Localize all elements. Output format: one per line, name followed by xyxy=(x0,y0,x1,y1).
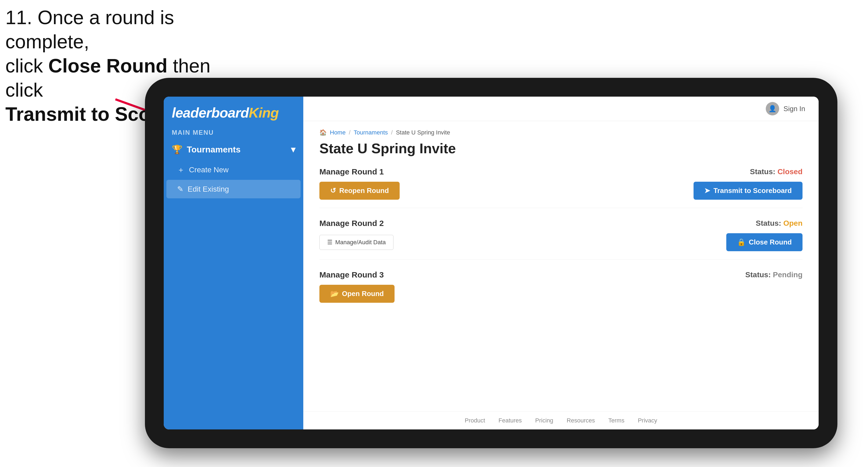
create-new-label: Create New xyxy=(189,165,229,174)
chevron-down-icon: ▾ xyxy=(291,145,295,155)
round-2-status: Status: Open xyxy=(756,219,803,227)
logo: leaderboardKing xyxy=(172,105,295,121)
round-1-status-value: Closed xyxy=(778,167,803,176)
page-title: State U Spring Invite xyxy=(319,141,803,156)
round-3-header: Manage Round 3 Status: Pending xyxy=(319,270,803,279)
tablet-shell: leaderboardKing MAIN MENU 🏆 Tournaments … xyxy=(145,78,837,448)
sidebar-item-edit-existing[interactable]: ✎ Edit Existing xyxy=(166,180,301,198)
round-2-actions: ☰ Manage/Audit Data 🔒 Close Round xyxy=(319,233,803,251)
sign-in-label: Sign In xyxy=(783,105,805,113)
logo-king: King xyxy=(249,105,279,121)
round-2-status-value: Open xyxy=(783,219,803,227)
breadcrumb-current: State U Spring Invite xyxy=(396,129,450,136)
round-3-status: Status: Pending xyxy=(745,271,803,279)
footer-product[interactable]: Product xyxy=(465,417,485,424)
main-content: 👤 Sign In 🏠 Home / Tournaments / State U… xyxy=(303,97,818,429)
reopen-icon: ↺ xyxy=(330,187,336,195)
audit-icon: ☰ xyxy=(327,239,333,246)
logo-leaderboard: leaderboard xyxy=(172,105,249,121)
lock-icon: 🔒 xyxy=(737,238,746,246)
round-1-section: Manage Round 1 Status: Closed ↺ Reopen R… xyxy=(319,167,803,208)
round-3-actions: 📂 Open Round xyxy=(319,285,803,303)
breadcrumb-home[interactable]: Home xyxy=(330,129,346,136)
breadcrumb-tournaments[interactable]: Tournaments xyxy=(354,129,388,136)
edit-existing-label: Edit Existing xyxy=(188,185,229,193)
transmit-scoreboard-button[interactable]: ➤ Transmit to Scoreboard xyxy=(693,182,803,200)
edit-icon: ✎ xyxy=(177,185,183,193)
footer-features[interactable]: Features xyxy=(498,417,522,424)
avatar: 👤 xyxy=(766,102,779,116)
open-round-button[interactable]: 📂 Open Round xyxy=(319,285,395,303)
trophy-icon: 🏆 xyxy=(172,145,183,155)
open-round-icon: 📂 xyxy=(330,289,339,298)
round-2-label: Manage Round 2 xyxy=(319,219,384,228)
close-round-button[interactable]: 🔒 Close Round xyxy=(726,233,803,251)
footer: Product Features Pricing Resources Terms… xyxy=(303,411,818,429)
top-bar: 👤 Sign In xyxy=(303,97,818,121)
sidebar-logo: leaderboardKing xyxy=(164,97,303,126)
footer-privacy[interactable]: Privacy xyxy=(638,417,657,424)
round-3-section: Manage Round 3 Status: Pending 📂 Open Ro… xyxy=(319,270,803,311)
home-icon: 🏠 xyxy=(319,129,327,136)
app-layout: leaderboardKing MAIN MENU 🏆 Tournaments … xyxy=(164,97,818,429)
transmit-icon: ➤ xyxy=(704,187,710,195)
plus-icon: ＋ xyxy=(177,165,185,175)
round-1-header: Manage Round 1 Status: Closed xyxy=(319,167,803,176)
tablet-screen: leaderboardKing MAIN MENU 🏆 Tournaments … xyxy=(164,97,818,429)
sign-in-area[interactable]: 👤 Sign In xyxy=(766,102,805,116)
breadcrumb: 🏠 Home / Tournaments / State U Spring In… xyxy=(319,129,803,136)
nav-sub: ＋ Create New ✎ Edit Existing xyxy=(164,160,303,198)
reopen-round-button[interactable]: ↺ Reopen Round xyxy=(319,182,400,200)
manage-audit-button[interactable]: ☰ Manage/Audit Data xyxy=(319,235,394,250)
tournaments-nav-label: Tournaments xyxy=(187,145,241,155)
footer-pricing[interactable]: Pricing xyxy=(535,417,553,424)
main-menu-label: MAIN MENU xyxy=(164,126,303,139)
footer-resources[interactable]: Resources xyxy=(566,417,595,424)
sidebar-item-tournaments[interactable]: 🏆 Tournaments ▾ xyxy=(164,139,303,160)
page-content: 🏠 Home / Tournaments / State U Spring In… xyxy=(303,121,818,411)
round-1-actions: ↺ Reopen Round ➤ Transmit to Scoreboard xyxy=(319,182,803,200)
round-2-section: Manage Round 2 Status: Open ☰ Manage/Aud… xyxy=(319,219,803,259)
round-1-status: Status: Closed xyxy=(750,167,803,176)
round-3-status-value: Pending xyxy=(773,271,803,279)
sidebar-item-create-new[interactable]: ＋ Create New xyxy=(164,160,303,180)
footer-terms[interactable]: Terms xyxy=(609,417,625,424)
round-1-label: Manage Round 1 xyxy=(319,167,384,176)
sidebar-nav: 🏆 Tournaments ▾ ＋ Create New ✎ Edit Exis… xyxy=(164,139,303,198)
round-3-label: Manage Round 3 xyxy=(319,270,384,279)
round-2-header: Manage Round 2 Status: Open xyxy=(319,219,803,228)
sidebar: leaderboardKing MAIN MENU 🏆 Tournaments … xyxy=(164,97,303,429)
